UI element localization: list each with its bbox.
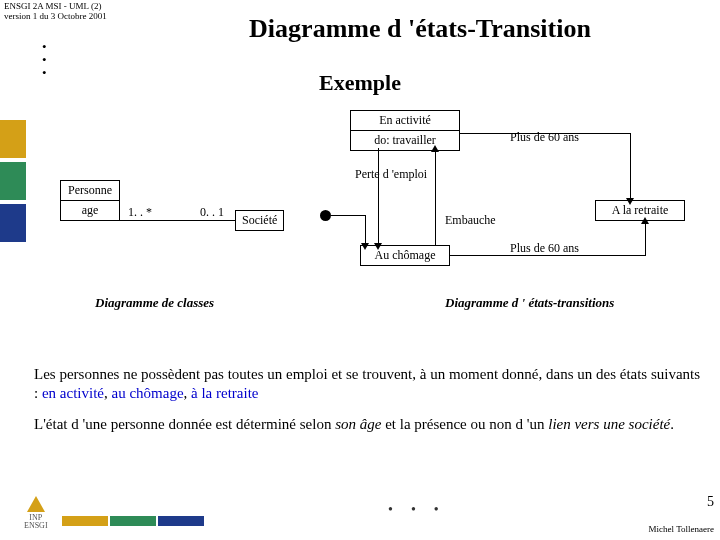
page-subtitle: Exemple xyxy=(0,70,720,96)
embauche-line xyxy=(435,148,436,245)
bar-gold xyxy=(0,120,26,158)
p2-c: et la présence ou non d 'un xyxy=(381,416,548,432)
bar-green xyxy=(0,162,26,200)
bot60-line-v xyxy=(645,220,646,256)
page-number: 5 xyxy=(707,494,714,510)
initial-state-icon xyxy=(320,210,331,221)
bar-blue xyxy=(0,204,26,242)
p2-b: son âge xyxy=(335,416,381,432)
init-line-v xyxy=(365,215,366,245)
author-name: Michel Tollenaere xyxy=(649,524,714,534)
assoc-line xyxy=(120,220,235,221)
header-meta: ENSGI 2A MSI - UML (2) version 1 du 3 Oc… xyxy=(4,2,107,22)
embauche-arrow xyxy=(431,145,439,152)
fbar-green xyxy=(110,516,156,526)
footer-dots: ••• xyxy=(388,502,457,518)
p1-e: , xyxy=(184,385,192,401)
state-retraite: A la retraite xyxy=(595,200,685,221)
caption-states: Diagramme d ' états-transitions xyxy=(445,295,614,311)
state-activite-name: En activité xyxy=(351,111,459,131)
state-activite: En activité do: travailler xyxy=(350,110,460,151)
top60-line-v xyxy=(630,133,631,200)
perte-arrow xyxy=(374,243,382,250)
label-embauche: Embauche xyxy=(445,213,496,228)
class-personne-name: Personne xyxy=(61,181,119,201)
meta-line2: version 1 du 3 Octobre 2001 xyxy=(4,12,107,22)
bot60-arrow xyxy=(641,217,649,224)
class-personne-attr: age xyxy=(61,201,119,220)
mult-left: 1. . * xyxy=(128,205,152,220)
p1-b: en activité xyxy=(42,385,104,401)
p1-d: au chômage xyxy=(111,385,183,401)
p2-a: L'état d 'une personne donnée est déterm… xyxy=(34,416,335,432)
label-plus60-bot: Plus de 60 ans xyxy=(510,241,579,256)
diagram-area: Personne age Société 1. . * 0. . 1 En ac… xyxy=(50,105,700,345)
paragraph-1: Les personnes ne possèdent pas toutes un… xyxy=(34,365,702,403)
page-title: Diagramme d 'états-Transition xyxy=(140,14,700,44)
mult-right: 0. . 1 xyxy=(200,205,224,220)
class-societe: Société xyxy=(235,210,284,231)
p2-d: lien vers une société xyxy=(548,416,670,432)
fbar-gold xyxy=(62,516,108,526)
p2-e: . xyxy=(670,416,674,432)
logo-inp: INPENSGI xyxy=(24,496,48,530)
init-line-h xyxy=(331,215,366,216)
label-plus60-top: Plus de 60 ans xyxy=(510,130,579,145)
top60-arrow xyxy=(626,198,634,205)
caption-classes: Diagramme de classes xyxy=(95,295,214,311)
p1-f: à la retraite xyxy=(191,385,258,401)
init-arrow xyxy=(361,243,369,250)
paragraph-2: L'état d 'une personne donnée est déterm… xyxy=(34,415,702,434)
left-color-bars xyxy=(0,120,26,246)
class-personne: Personne age xyxy=(60,180,120,221)
perte-line xyxy=(378,148,379,245)
logo-triangle-icon xyxy=(27,496,45,512)
fbar-blue xyxy=(158,516,204,526)
state-activite-do: do: travailler xyxy=(351,131,459,150)
label-perte: Perte d 'emploi xyxy=(355,167,427,182)
footer-bars xyxy=(62,516,204,526)
